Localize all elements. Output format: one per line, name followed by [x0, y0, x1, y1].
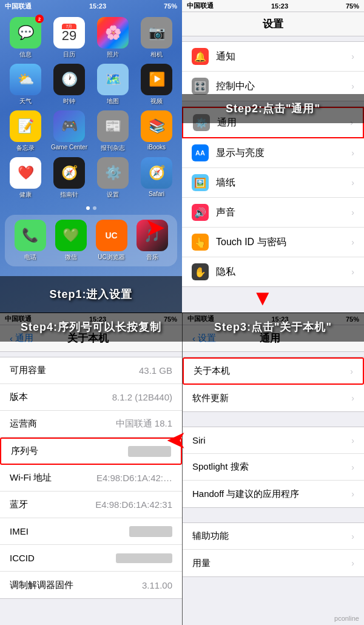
battery-q2: 75%	[346, 2, 359, 10]
app-calendar[interactable]: 7月29 日历	[50, 17, 89, 59]
step3-label: Step3:点击"关于本机"	[214, 320, 332, 334]
app-notes[interactable]: 📝 备忘录	[6, 110, 45, 152]
app-weather[interactable]: ⛅ 天气	[6, 64, 45, 106]
page-dots	[0, 204, 182, 212]
settings-group1: 🔔 通知 › 🎛️ 控制中心 ›	[182, 41, 364, 101]
step2-banner: Step2:点击"通用"	[182, 94, 364, 123]
settings-item-display[interactable]: AA 显示与亮度 ›	[182, 138, 364, 168]
app-ibooks[interactable]: 📚 iBooks	[137, 110, 176, 152]
app-clock[interactable]: 🕐 时钟	[50, 64, 89, 106]
about-info-list: 可用容量 43.1 GB 版本 8.1.2 (12B440) 运营商 中国联通 …	[0, 357, 182, 599]
info-serial[interactable]: 序列号	[0, 437, 182, 465]
step4-label: Step4:序列号可以长按复制	[21, 320, 161, 334]
dock-uc[interactable]: UC UC浏览器	[96, 220, 127, 262]
arrow-to-general: ▼	[252, 285, 274, 311]
info-imei: IMEI	[0, 518, 182, 545]
general-item-spotlight[interactable]: Spotlight 搜索 ›	[183, 454, 364, 481]
about-screen: 中国联通 15:23 75% ‹ 通用 关于本机 可用容量 43.1 GB 版本…	[0, 312, 182, 625]
step1-overlay: Step1:进入设置	[0, 276, 182, 312]
step1-label: Step1:进入设置	[49, 287, 132, 302]
general-item-update[interactable]: 软件更新 ›	[183, 385, 364, 411]
home-screen: 中国联通 15:23 75% 💬2 信息 7月29 日历 🌸 照片 📷	[0, 0, 182, 312]
app-compass[interactable]: 🧭 指南针	[50, 157, 89, 199]
general-list3: 辅助功能 › 用量 ›	[183, 522, 364, 577]
settings-header: 设置	[182, 12, 364, 36]
info-wifi: Wi-Fi 地址 E4:98:D6:1A:42:…	[0, 465, 182, 492]
info-bluetooth: 蓝牙 E4:98:D6:1A:42:31	[0, 492, 182, 518]
app-health[interactable]: ❤️ 健康	[6, 157, 45, 199]
info-version: 版本 8.1.2 (12B440)	[0, 384, 182, 411]
general-list: 关于本机 › 软件更新 ›	[183, 357, 364, 412]
step3-banner: Step3:点击"关于本机"	[182, 312, 364, 342]
settings-item-notifications[interactable]: 🔔 通知 ›	[182, 42, 364, 72]
status-bar-q1: 中国联通 15:23 75%	[0, 0, 182, 12]
app-grid: 💬2 信息 7月29 日历 🌸 照片 📷 相机 ⛅ 天气	[0, 12, 182, 204]
app-photos[interactable]: 🌸 照片	[93, 17, 132, 59]
app-camera[interactable]: 📷 相机	[137, 17, 176, 59]
dock-phone[interactable]: 📞 电话	[15, 220, 46, 262]
info-iccid: ICCID	[0, 545, 182, 572]
app-videos[interactable]: ▶️ 视频	[137, 64, 176, 106]
info-capacity: 可用容量 43.1 GB	[0, 357, 182, 384]
info-modem: 调制解调器固件 3.11.00	[0, 572, 182, 598]
info-carrier: 运营商 中国联通 18.1	[0, 411, 182, 437]
step4-banner: Step4:序列号可以长按复制	[0, 312, 182, 342]
general-item-siri[interactable]: Siri ›	[183, 427, 364, 454]
app-gamecenter[interactable]: 🎮 Game Center	[50, 110, 89, 152]
general-item-accessibility[interactable]: 辅助功能 ›	[183, 523, 364, 550]
settings-item-privacy[interactable]: ✋ 隐私 ›	[182, 257, 364, 286]
time-q1: 15:23	[89, 2, 106, 10]
settings-item-touchid[interactable]: 👆 Touch ID 与密码 ›	[182, 228, 364, 257]
general-settings-screen: 中国联通 15:23 75% ‹ 设置 通用 关于本机 › 软件更新 › Sir…	[182, 312, 364, 625]
general-item-about[interactable]: 关于本机 ›	[183, 357, 364, 385]
arrow-to-settings: ➤	[146, 215, 164, 241]
app-settings[interactable]: ⚙️ 设置	[93, 157, 132, 199]
step2-label: Step2:点击"通用"	[226, 101, 320, 116]
arrow-to-serial: ➤	[167, 428, 185, 453]
time-q2: 15:23	[271, 2, 288, 10]
app-messages[interactable]: 💬2 信息	[6, 17, 45, 59]
dock-wechat[interactable]: 💚 微信	[55, 220, 87, 262]
settings-screen: 中国联通 15:23 75% 设置 🔔 通知 › 🎛️ 控制中心 › Step2…	[182, 0, 364, 312]
carrier-q2: 中国联通	[187, 1, 214, 10]
watermark: pconline	[334, 615, 359, 622]
general-item-usage[interactable]: 用量 ›	[183, 550, 364, 576]
general-item-handoff[interactable]: Handoff 与建议的应用程序 ›	[183, 481, 364, 507]
app-maps[interactable]: 🗺️ 地图	[93, 64, 132, 106]
app-newsstand[interactable]: 📰 报刊杂志	[93, 110, 132, 152]
app-safari[interactable]: 🧭 Safari	[137, 157, 176, 199]
battery-q1: 75%	[164, 2, 177, 10]
settings-group2: ⚙️ 通用 › AA 显示与亮度 › 🖼️ 墙纸 › 🔊 声音 › 👆 T	[182, 106, 364, 287]
general-list2: Siri › Spotlight 搜索 › Handoff 与建议的应用程序 ›	[183, 427, 364, 508]
carrier-q1: 中国联通	[5, 2, 32, 11]
status-bar-q2: 中国联通 15:23 75%	[182, 0, 364, 12]
main-container: 中国联通 15:23 75% 💬2 信息 7月29 日历 🌸 照片 📷	[0, 0, 364, 625]
settings-title: 设置	[263, 18, 283, 30]
settings-item-sounds[interactable]: 🔊 声音 ›	[182, 198, 364, 228]
settings-item-wallpaper[interactable]: 🖼️ 墙纸 ›	[182, 168, 364, 198]
